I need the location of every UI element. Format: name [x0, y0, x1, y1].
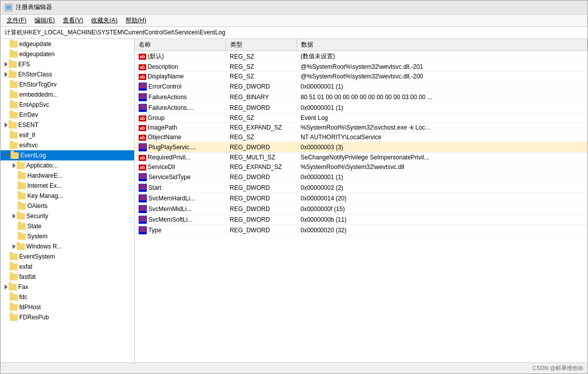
tree-label-EventLog: EventLog	[20, 152, 46, 159]
folder-icon-fastfat	[10, 274, 18, 280]
menu-file[interactable]: 文件(F)	[3, 15, 30, 26]
svg-rect-30	[140, 185, 142, 186]
tree-label-State: State	[27, 223, 41, 230]
tree-item-HardwareE[interactable]: HardwareE...	[1, 171, 134, 181]
table-row[interactable]: ab (默认)REG_SZ(数值未设置)	[135, 51, 587, 62]
tree-arrow-EventLog	[5, 154, 10, 157]
svg-rect-7	[140, 86, 142, 88]
tree-item-ESENT[interactable]: ESENT	[1, 120, 134, 130]
svg-rect-15	[140, 105, 142, 106]
reg-name-cell: ab RequiredPrivil...	[135, 153, 226, 162]
folder-icon-Fax	[9, 284, 17, 290]
tree-item-edgeupdaten[interactable]: edgeupdaten	[1, 49, 134, 59]
table-row[interactable]: SvcMemMidLi...REG_DWORD0x0000000f (15)	[135, 204, 587, 215]
svg-rect-23	[143, 147, 145, 148]
reg-icon	[139, 143, 147, 151]
tree-item-Windows R[interactable]: Windows R...	[1, 241, 134, 252]
table-row[interactable]: ab RequiredPrivil...REG_MULTI_SZSeChange…	[135, 153, 587, 162]
reg-icon	[139, 194, 147, 202]
table-row[interactable]: FailureActions....REG_DWORD0x00000001 (1…	[135, 103, 587, 113]
table-row[interactable]: ab DisplayNameREG_SZ@%SystemRoot%\system…	[135, 72, 587, 81]
table-row[interactable]: ServiceSidTypeREG_DWORD0x00000001 (1)	[135, 172, 587, 183]
tree-item-OAlerts[interactable]: OAlerts	[1, 201, 134, 211]
table-row[interactable]: ab DescriptionREG_SZ@%SystemRoot%\system…	[135, 62, 587, 72]
tree-panel[interactable]: edgeupdateedgeupdatenEFSEhStorClassEhSto…	[1, 39, 135, 362]
reg-type-cell: REG_BINARY	[226, 92, 297, 103]
tree-item-EFS[interactable]: EFS	[1, 59, 134, 69]
reg-icon: ab	[139, 155, 146, 161]
table-row[interactable]: SvcMemHardLi...REG_DWORD0x00000014 (20)	[135, 193, 587, 204]
folder-icon-embeddedm	[10, 92, 18, 98]
svg-rect-34	[139, 194, 146, 200]
tree-label-Fax: Fax	[18, 283, 28, 290]
tree-item-ErrDev[interactable]: ErrDev	[1, 110, 134, 120]
menu-help[interactable]: 帮助(H)	[121, 15, 150, 26]
menu-view[interactable]: 查看(V)	[59, 15, 87, 26]
tree-item-EventLog[interactable]: EventLog	[1, 150, 134, 160]
folder-icon-ErrDev	[10, 112, 18, 118]
tree-item-exfat[interactable]: exfat	[1, 262, 134, 272]
tree-item-Internet Ex[interactable]: Internet Ex...	[1, 181, 134, 191]
tree-item-System[interactable]: System	[1, 231, 134, 241]
table-row[interactable]: ab ObjectNameREG_SZNT AUTHORITY\LocalSer…	[135, 133, 587, 142]
tree-item-EntAppSvc[interactable]: EntAppSvc	[1, 100, 134, 110]
reg-type-cell: REG_SZ	[226, 51, 297, 62]
table-row[interactable]: FailureActionsREG_BINARY80 51 01 00 00 0…	[135, 92, 587, 103]
tree-item-fdc[interactable]: fdc	[1, 292, 134, 302]
tree-item-State[interactable]: State	[1, 221, 134, 231]
tree-label-FDResPub: FDResPub	[19, 314, 49, 321]
tree-item-embeddedm[interactable]: embeddedm...	[1, 90, 134, 100]
reg-type-cell: REG_DWORD	[226, 193, 297, 204]
tree-label-ESENT: ESENT	[18, 121, 38, 129]
reg-icon: ab	[139, 74, 146, 80]
col-data[interactable]: 数据	[297, 39, 587, 51]
tree-item-Key Manag[interactable]: Key Manag...	[1, 191, 134, 201]
table-row[interactable]: TypeREG_DWORD0x00000020 (32)	[135, 225, 587, 236]
folder-icon-fdc	[10, 294, 18, 301]
folder-icon-fdPHost	[10, 304, 18, 311]
menu-edit[interactable]: 编辑(E)	[30, 15, 59, 26]
reg-name-cell: SvcMemHardLi...	[135, 193, 226, 204]
tree-item-esifsvc[interactable]: esifsvc	[1, 140, 134, 150]
svg-rect-31	[143, 185, 145, 186]
reg-data-cell: 80 51 01 00 00 00 00 00 00 00 00 00 03 0…	[297, 92, 587, 103]
tree-label-Windows R: Windows R...	[26, 243, 62, 250]
reg-type-cell: REG_DWORD	[226, 204, 297, 215]
tree-label-esif_lf: esif_lf	[19, 132, 35, 139]
svg-rect-44	[139, 216, 146, 222]
reg-name-cell: ab ObjectName	[135, 133, 226, 142]
tree-label-System: System	[27, 233, 48, 240]
tree-label-exfat: exfat	[19, 263, 32, 270]
svg-rect-1	[6, 6, 11, 7]
table-row[interactable]: SvcMemSoftLi...REG_DWORD0x0000000b (11)	[135, 215, 587, 225]
tree-item-fdPHost[interactable]: fdPHost	[1, 302, 134, 312]
col-name[interactable]: 名称	[135, 39, 226, 51]
reg-icon	[139, 93, 147, 101]
values-panel[interactable]: 名称 类型 数据 ab (默认)REG_SZ(数值未设置)ab Descript…	[135, 39, 587, 362]
table-row[interactable]: PlugPlayServic....REG_DWORD0x00000003 (3…	[135, 142, 587, 153]
reg-icon	[139, 205, 147, 213]
menu-favorites[interactable]: 收藏夹(A)	[87, 15, 121, 26]
tree-item-EhStorTcgDrv[interactable]: EhStorTcgDrv	[1, 79, 134, 90]
reg-icon	[139, 104, 147, 112]
tree-item-Fax[interactable]: Fax	[1, 282, 134, 292]
tree-item-esif_lf[interactable]: esif_lf	[1, 130, 134, 140]
reg-data-cell: SeChangeNotifyPrivilege SeImpersonatePri…	[297, 153, 587, 162]
tree-item-fastfat[interactable]: fastfat	[1, 272, 134, 282]
tree-item-FDResPub[interactable]: FDResPub	[1, 312, 134, 322]
tree-item-EhStorClass[interactable]: EhStorClass	[1, 69, 134, 79]
table-row[interactable]: ab GroupREG_SZEvent Log	[135, 113, 587, 123]
tree-label-EventSystem: EventSystem	[19, 253, 55, 260]
reg-type-cell: REG_SZ	[226, 72, 297, 81]
table-row[interactable]: ab ImagePathREG_EXPAND_SZ%SystemRoot%\Sy…	[135, 123, 587, 133]
tree-item-edgeupdate[interactable]: edgeupdate	[1, 39, 134, 49]
main-content: edgeupdateedgeupdatenEFSEhStorClassEhSto…	[1, 39, 587, 362]
reg-data-cell: @%SystemRoot%\system32\wevtsvc.dll,-201	[297, 62, 587, 72]
table-row[interactable]: StartREG_DWORD0x00000002 (2)	[135, 183, 587, 193]
table-row[interactable]: ErrorControlREG_DWORD0x00000001 (1)	[135, 81, 587, 92]
table-row[interactable]: ab ServiceDllREG_EXPAND_SZ%SystemRoot%\S…	[135, 162, 587, 172]
tree-item-Application[interactable]: Applicatio...	[1, 160, 134, 171]
col-type[interactable]: 类型	[226, 39, 297, 51]
tree-item-EventSystem[interactable]: EventSystem	[1, 252, 134, 262]
tree-item-Security[interactable]: Security	[1, 211, 134, 221]
